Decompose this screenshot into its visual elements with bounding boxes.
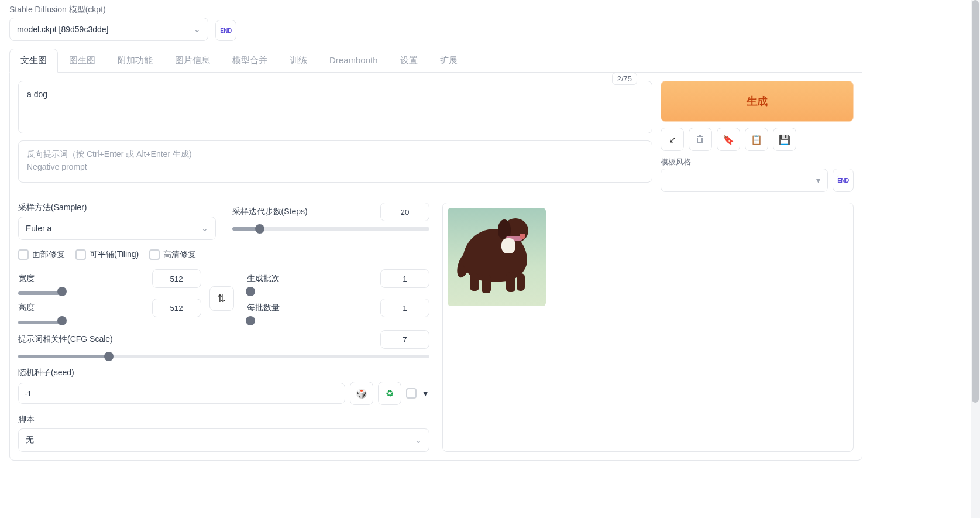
batch-count-label: 生成批次 <box>247 273 280 284</box>
cfg-label: 提示词相关性(CFG Scale) <box>18 334 113 345</box>
ckpt-select[interactable]: model.ckpt [89d59c3dde] ⌄ <box>9 18 208 41</box>
batch-size-input[interactable] <box>380 299 429 317</box>
small-triangle-icon: ▾ <box>816 176 820 185</box>
script-value: 无 <box>26 435 34 445</box>
dice-icon: 🎲 <box>356 388 367 399</box>
paste-button[interactable]: ↙ <box>661 128 684 151</box>
ckpt-value: model.ckpt [89d59c3dde] <box>17 25 108 34</box>
tab-merge[interactable]: 模型合并 <box>221 49 278 73</box>
bookmark-icon: 🔖 <box>723 134 734 145</box>
face-restore-label: 面部修复 <box>32 249 65 260</box>
extra-seed-check[interactable] <box>406 388 417 399</box>
neg-placeholder-1: 反向提示词（按 Ctrl+Enter 或 Alt+Enter 生成) <box>27 149 644 160</box>
style-create-button[interactable]: 🔖 <box>717 128 740 151</box>
swap-dims-button[interactable]: ⇅ <box>209 286 234 311</box>
steps-input[interactable] <box>380 203 429 221</box>
scrollbar[interactable] <box>971 0 980 465</box>
script-select[interactable]: 无 ⌄ <box>18 428 429 452</box>
tiling-label: 可平铺(Tiling) <box>90 249 139 260</box>
style-apply-button[interactable]: 📋 <box>745 128 768 151</box>
sampler-label: 采样方法(Sampler) <box>18 203 216 213</box>
sampler-select[interactable]: Euler a ⌄ <box>18 217 216 240</box>
random-seed-button[interactable]: 🎲 <box>350 382 373 405</box>
tab-img2img[interactable]: 图生图 <box>58 49 106 73</box>
chevron-down-icon: ⌄ <box>201 224 208 233</box>
clipboard-icon: 📋 <box>751 134 762 145</box>
cfg-slider[interactable] <box>18 355 429 358</box>
tab-settings[interactable]: 设置 <box>389 49 429 73</box>
style-label: 模板风格 <box>661 157 828 167</box>
tiling-check[interactable]: 可平铺(Tiling) <box>75 249 139 260</box>
tab-extensions[interactable]: 扩展 <box>429 49 469 73</box>
height-label: 高度 <box>18 303 35 313</box>
output-gallery[interactable] <box>442 203 854 452</box>
swap-icon: ⇅ <box>217 292 226 305</box>
refresh-icon: ←END <box>837 177 849 184</box>
trash-icon: 🗑 <box>696 134 705 145</box>
hires-label: 高清修复 <box>163 249 196 260</box>
refresh-ckpt-button[interactable]: ←END <box>215 20 236 41</box>
seed-input[interactable] <box>18 383 345 404</box>
tab-extras[interactable]: 附加功能 <box>106 49 164 73</box>
width-input[interactable] <box>152 269 201 288</box>
height-input[interactable] <box>152 299 201 317</box>
ckpt-label: Stable Diffusion 模型(ckpt) <box>9 5 208 15</box>
refresh-icon: ←END <box>220 28 232 34</box>
prompt-input[interactable]: a dog <box>18 81 652 133</box>
script-label: 脚本 <box>18 414 429 425</box>
style-select[interactable]: ▾ <box>661 169 828 192</box>
output-image[interactable] <box>448 208 546 306</box>
triangle-down-icon[interactable]: ▼ <box>421 389 429 398</box>
face-restore-check[interactable]: 面部修复 <box>18 249 65 260</box>
arrow-in-icon: ↙ <box>669 134 676 145</box>
chevron-down-icon: ⌄ <box>194 25 201 34</box>
clear-button[interactable]: 🗑 <box>689 128 712 151</box>
neg-placeholder-2: Negative prompt <box>27 162 644 171</box>
width-label: 宽度 <box>18 273 35 284</box>
recycle-icon: ♻ <box>386 388 394 399</box>
save-style-button[interactable]: 💾 <box>773 128 796 151</box>
cfg-input[interactable] <box>380 330 429 349</box>
negative-prompt-input[interactable]: 反向提示词（按 Ctrl+Enter 或 Alt+Enter 生成) Negat… <box>18 140 652 183</box>
seed-label: 随机种子(seed) <box>18 368 429 378</box>
tab-imginfo[interactable]: 图片信息 <box>164 49 221 73</box>
steps-slider[interactable] <box>232 227 430 231</box>
batch-size-label: 每批数量 <box>247 303 280 313</box>
steps-label: 采样迭代步数(Steps) <box>232 207 308 217</box>
tabs: 文生图 图生图 附加功能 图片信息 模型合并 训练 Dreambooth 设置 … <box>9 48 862 73</box>
generate-button[interactable]: 生成 <box>661 81 854 122</box>
tab-train[interactable]: 训练 <box>278 49 318 73</box>
reuse-seed-button[interactable]: ♻ <box>378 382 401 405</box>
prompt-text: a dog <box>27 90 47 99</box>
hires-check[interactable]: 高清修复 <box>149 249 196 260</box>
tab-dreambooth[interactable]: Dreambooth <box>318 49 389 73</box>
save-icon: 💾 <box>779 134 790 145</box>
chevron-down-icon: ⌄ <box>415 435 422 445</box>
refresh-styles-button[interactable]: ←END <box>833 169 854 192</box>
sampler-value: Euler a <box>26 224 51 233</box>
tab-txt2img[interactable]: 文生图 <box>9 49 58 73</box>
batch-count-input[interactable] <box>380 269 429 288</box>
